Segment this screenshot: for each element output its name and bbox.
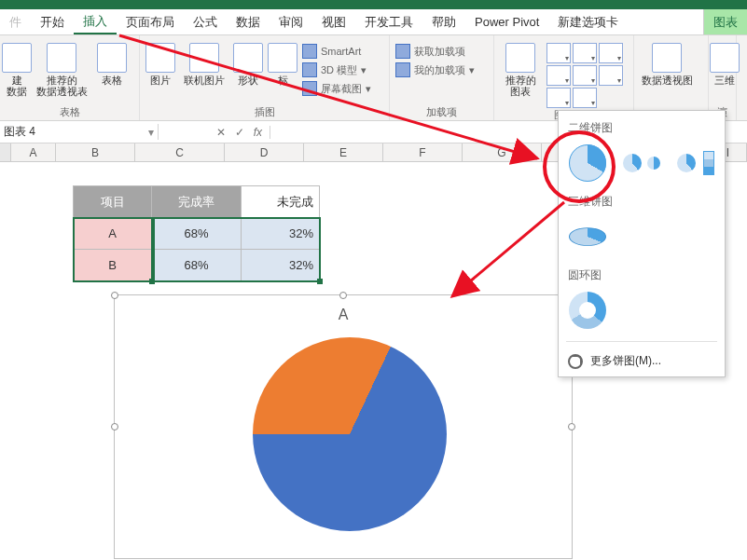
lbl: 建: [12, 75, 22, 86]
col-D[interactable]: D: [225, 143, 304, 162]
line-chart-button[interactable]: [573, 43, 597, 63]
3dmap-button[interactable]: 三维: [712, 39, 737, 86]
column-chart-button[interactable]: [546, 43, 571, 63]
bar-of-pie-option[interactable]: [674, 142, 717, 184]
hdr-complete[interactable]: 完成率: [152, 186, 242, 218]
tab-chart-context[interactable]: 图表: [703, 9, 747, 34]
pie-of-pie-option[interactable]: [620, 142, 663, 184]
title-bar: [0, 0, 747, 9]
selection-handle[interactable]: [317, 279, 323, 284]
shapes-button[interactable]: 形状: [231, 39, 265, 86]
illus-stack: SmartArt 3D 模型 ▾ 屏幕截图 ▾: [300, 43, 373, 97]
cell[interactable]: 32%: [242, 250, 320, 281]
tab-view[interactable]: 视图: [312, 9, 355, 34]
icons-button[interactable]: 标: [269, 39, 297, 86]
stat-chart-button[interactable]: [573, 65, 597, 86]
pivotchart-button[interactable]: 数据透视图: [638, 39, 696, 86]
tab-formulas[interactable]: 公式: [184, 9, 227, 34]
pie-chart-button[interactable]: [546, 88, 571, 108]
tab-pagelayout[interactable]: 页面布局: [117, 9, 184, 34]
combo-chart-button[interactable]: [599, 65, 623, 86]
more-pie-icon: [568, 354, 583, 369]
lbl: 屏幕截图: [321, 82, 362, 96]
online-pictures-button[interactable]: 联机图片: [181, 39, 228, 86]
recommended-charts-icon: [505, 43, 535, 73]
lbl: 表格: [102, 75, 122, 86]
col-G[interactable]: G: [463, 143, 542, 162]
tab-newtab[interactable]: 新建选项卡: [548, 9, 628, 34]
tab-insert[interactable]: 插入: [74, 9, 117, 34]
table-button[interactable]: 表格: [93, 39, 131, 86]
smartart-button[interactable]: SmartArt: [300, 43, 373, 60]
table-icon: [97, 43, 127, 73]
cell[interactable]: 68%: [152, 250, 242, 281]
svg-line-1: [452, 202, 564, 296]
resize-handle[interactable]: [111, 423, 118, 430]
online-pictures-icon: [189, 43, 219, 73]
name-box[interactable]: 图表 4▾: [0, 124, 159, 140]
bar-of-pie-icon: [677, 149, 714, 177]
resize-handle[interactable]: [568, 423, 575, 430]
pictures-icon: [145, 43, 175, 73]
group-addins-label: 加载项: [394, 105, 490, 120]
col-F[interactable]: F: [383, 143, 463, 162]
table-row: A 68% 32%: [74, 218, 320, 250]
selection-handle[interactable]: [149, 279, 155, 284]
scatter-chart-button[interactable]: [573, 88, 597, 108]
pie-chart[interactable]: [253, 337, 447, 531]
recommended-pivot-button[interactable]: 推荐的 数据透视表: [34, 39, 90, 97]
my-addins-button[interactable]: 我的加载项 ▾: [394, 61, 477, 78]
recommended-charts-button[interactable]: 推荐的 图表: [498, 39, 543, 97]
pie-chart-dropdown: 二维饼图 三维饼图 圆环图 更多饼图(M)...: [558, 110, 726, 377]
cell[interactable]: 32%: [242, 218, 320, 250]
tab-review[interactable]: 审阅: [270, 9, 312, 34]
doughnut-icon: [569, 292, 606, 329]
resize-handle[interactable]: [339, 292, 347, 299]
cell[interactable]: A: [74, 218, 152, 250]
tab-help[interactable]: 帮助: [422, 9, 465, 34]
shapes-icon: [233, 43, 263, 73]
hierarchy-chart-button[interactable]: [546, 65, 571, 86]
pie-2d-option[interactable]: [566, 142, 609, 184]
screenshot-button[interactable]: 屏幕截图 ▾: [300, 80, 373, 97]
3dmap-icon: [710, 43, 740, 73]
accept-formula-button[interactable]: ✓: [235, 126, 244, 139]
tab-developer[interactable]: 开发工具: [355, 9, 422, 34]
hdr-incomplete[interactable]: 未完成: [242, 186, 320, 218]
cancel-formula-button[interactable]: ✕: [216, 126, 226, 139]
col-C[interactable]: C: [135, 143, 225, 162]
cell[interactable]: 68%: [152, 218, 242, 250]
chart-object[interactable]: A: [114, 294, 573, 559]
3dmodel-button[interactable]: 3D 模型 ▾: [300, 61, 373, 78]
get-addins-button[interactable]: 获取加载项: [394, 43, 477, 60]
chart-title[interactable]: A: [115, 307, 572, 323]
pivottable-icon: [2, 43, 32, 73]
tab-data[interactable]: 数据: [227, 9, 270, 34]
resize-handle[interactable]: [111, 292, 118, 299]
tab-file[interactable]: 件: [0, 9, 31, 34]
lbl: 推荐的 图表: [505, 75, 536, 97]
tab-powerpivot[interactable]: Power Pivot: [465, 9, 548, 34]
col-E[interactable]: E: [304, 143, 383, 162]
more-pie-charts-button[interactable]: 更多饼图(M)...: [566, 349, 717, 373]
pivottable-button[interactable]: 建数据: [4, 39, 30, 97]
select-all-corner[interactable]: [0, 143, 11, 162]
tab-home[interactable]: 开始: [31, 9, 74, 34]
col-B[interactable]: B: [56, 143, 135, 162]
cell[interactable]: B: [74, 250, 152, 281]
col-A[interactable]: A: [11, 143, 56, 162]
pie-3d-option[interactable]: [566, 215, 609, 258]
group-illus-label: 插图: [144, 105, 385, 120]
doughnut-option[interactable]: [566, 289, 609, 332]
dd-section-2d: 二维饼图: [568, 120, 717, 136]
pictures-button[interactable]: 图片: [144, 39, 177, 86]
lbl: 图片: [150, 75, 171, 86]
store-icon: [395, 44, 410, 59]
lbl: 我的加载项: [414, 63, 465, 77]
hdr-project[interactable]: 项目: [74, 186, 152, 218]
separator: [566, 341, 717, 342]
winloss-chart-button[interactable]: [599, 43, 623, 63]
pivotchart-icon: [652, 43, 682, 73]
fx-button[interactable]: fx: [254, 126, 262, 139]
lbl: SmartArt: [321, 46, 361, 57]
